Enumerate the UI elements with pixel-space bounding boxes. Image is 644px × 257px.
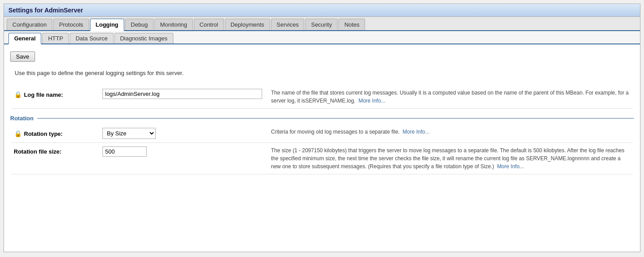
main-window: Settings for AdminServer ConfigurationPr… xyxy=(4,4,640,252)
title-bar: Settings for AdminServer xyxy=(4,4,640,17)
tab-top-configuration[interactable]: Configuration xyxy=(7,19,52,30)
tab-second-data-source[interactable]: Data Source xyxy=(70,33,113,43)
rotation-section: 🔒 Rotation type: By SizeBy TimeNone Crit… xyxy=(10,123,634,175)
log-file-name-label: 🔒 Log file name: xyxy=(14,89,102,99)
log-file-name-control xyxy=(102,89,262,99)
rotation-file-size-input[interactable] xyxy=(102,146,147,157)
tab-top-logging[interactable]: Logging xyxy=(90,19,124,31)
save-row: Save xyxy=(10,49,634,66)
second-tab-bar: GeneralHTTPData SourceDiagnostic Images xyxy=(4,31,640,44)
tab-top-notes[interactable]: Notes xyxy=(338,19,365,30)
tab-second-general[interactable]: General xyxy=(8,33,41,44)
tab-top-control[interactable]: Control xyxy=(194,19,224,30)
tab-top-security[interactable]: Security xyxy=(305,19,338,30)
save-button[interactable]: Save xyxy=(10,51,35,62)
page-description: Use this page to define the general logg… xyxy=(15,70,634,76)
rotation-section-label: Rotation xyxy=(10,115,34,122)
tab-second-http[interactable]: HTTP xyxy=(42,33,69,43)
log-file-name-row: 🔒 Log file name: The name of the file th… xyxy=(11,85,633,109)
tab-second-diagnostic-images[interactable]: Diagnostic Images xyxy=(114,33,173,43)
tab-top-deployments[interactable]: Deployments xyxy=(225,19,270,30)
rotation-file-size-row: Rotation file size: The size (1 - 209715… xyxy=(11,143,633,174)
log-file-name-help: The name of the file that stores current… xyxy=(271,89,630,105)
rotation-type-icon: 🔒 xyxy=(14,130,22,138)
rotation-file-size-label: Rotation file size: xyxy=(14,146,102,155)
rotation-file-size-control xyxy=(102,146,262,157)
rotation-type-more-info-link[interactable]: More Info... xyxy=(403,129,430,135)
tab-top-services[interactable]: Services xyxy=(271,19,305,30)
content-area: Save Use this page to define the general… xyxy=(4,44,640,180)
rotation-type-label: 🔒 Rotation type: xyxy=(14,128,102,138)
rotation-type-select[interactable]: By SizeBy TimeNone xyxy=(102,128,156,139)
rotation-type-help: Criteria for moving old log messages to … xyxy=(271,128,630,136)
tab-top-protocols[interactable]: Protocols xyxy=(53,19,89,30)
window-title: Settings for AdminServer xyxy=(8,7,83,14)
rotation-file-size-more-info-link[interactable]: More Info... xyxy=(497,163,524,170)
tab-top-debug[interactable]: Debug xyxy=(125,19,153,30)
rotation-type-row: 🔒 Rotation type: By SizeBy TimeNone Crit… xyxy=(11,124,633,143)
log-file-icon: 🔒 xyxy=(14,91,22,99)
rotation-section-header: Rotation xyxy=(10,115,634,122)
form-section: 🔒 Log file name: The name of the file th… xyxy=(10,84,634,110)
log-file-more-info-link[interactable]: More Info... xyxy=(358,98,385,104)
rotation-type-control: By SizeBy TimeNone xyxy=(102,128,262,139)
log-file-name-input[interactable] xyxy=(102,89,262,99)
rotation-file-size-help: The size (1 - 2097150 kilobytes) that tr… xyxy=(271,146,630,170)
tab-top-monitoring[interactable]: Monitoring xyxy=(154,19,193,30)
top-tab-bar: ConfigurationProtocolsLoggingDebugMonito… xyxy=(4,17,640,31)
